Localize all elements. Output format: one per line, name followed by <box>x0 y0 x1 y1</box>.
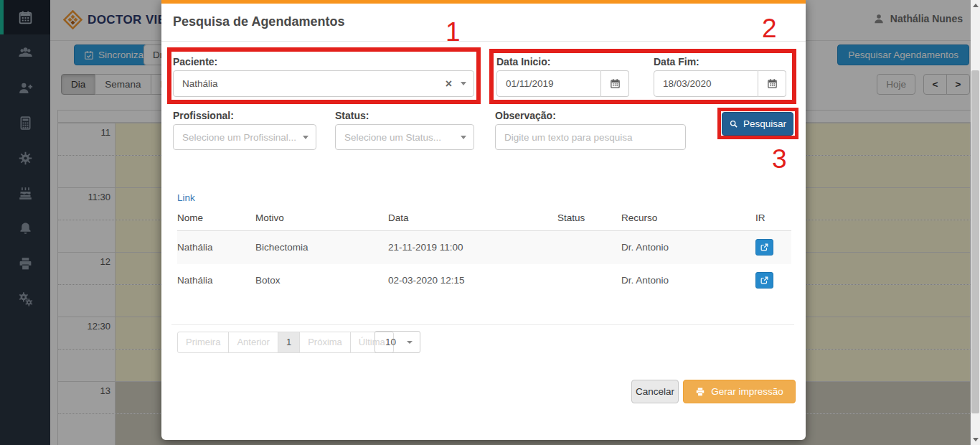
data-inicio-calendar-button[interactable] <box>601 70 629 97</box>
pesquisar-button[interactable]: Pesquisar <box>722 112 793 136</box>
status-select[interactable]: Selecione um Status... <box>335 124 474 150</box>
chevron-down-icon <box>303 136 308 139</box>
cancelar-button[interactable]: Cancelar <box>631 380 679 403</box>
paciente-value: Nathália <box>174 78 446 89</box>
profissional-placeholder: Selecione um Profissinal... <box>174 132 303 143</box>
table-footer-divider <box>171 324 794 325</box>
data-fim-group: 18/03/2020 <box>654 70 786 97</box>
pesquisa-agendamentos-modal: Pesquisa de Agendamentos Paciente: Nathá… <box>161 0 806 440</box>
observacao-input[interactable] <box>495 124 686 150</box>
chevron-down-icon <box>407 341 413 344</box>
modal-accent-bar <box>161 0 806 4</box>
results-table: Nome Motivo Data Status Recurso IR Nathá… <box>177 207 791 297</box>
link-anchor[interactable]: Link <box>177 192 195 203</box>
data-fim-input[interactable]: 18/03/2020 <box>654 70 758 97</box>
chevron-down-icon <box>461 82 466 85</box>
scroll-down-arrow[interactable] <box>971 434 980 445</box>
gerar-impressao-button[interactable]: Gerar impressão <box>683 380 796 403</box>
table-header-row: Nome Motivo Data Status Recurso IR <box>177 207 791 231</box>
external-link-icon <box>760 243 769 252</box>
col-nome: Nome <box>177 207 255 231</box>
pagination-first[interactable]: Primeira <box>177 332 229 353</box>
scroll-up-arrow[interactable] <box>971 0 980 11</box>
pagination-page-1[interactable]: 1 <box>278 332 300 353</box>
search-icon <box>729 119 738 128</box>
data-fim-calendar-button[interactable] <box>758 70 786 97</box>
paciente-label: Paciente: <box>173 56 217 67</box>
data-inicio-label: Data Inicio: <box>496 56 550 67</box>
external-link-icon <box>760 276 769 285</box>
profissional-select[interactable]: Selecione um Profissinal... <box>173 124 316 150</box>
status-placeholder: Selecione um Status... <box>336 132 461 143</box>
paciente-select[interactable]: Nathália × <box>173 70 474 97</box>
profissional-label: Profissional: <box>173 110 234 121</box>
page-scrollbar[interactable] <box>971 0 980 445</box>
modal-header-divider <box>161 41 806 42</box>
table-row: Nathália Bichectomia 21-11-2019 11:00 Dr… <box>177 231 791 264</box>
col-status: Status <box>557 207 621 231</box>
printer-icon <box>695 387 705 397</box>
page-size-value: 10 <box>375 337 407 347</box>
pagination: Primeira Anterior 1 Próxima Última <box>177 332 394 353</box>
status-label: Status: <box>335 110 369 121</box>
col-recurso: Recurso <box>621 207 755 231</box>
col-motivo: Motivo <box>255 207 388 231</box>
calendar-icon <box>610 78 621 89</box>
data-inicio-group: 01/11/2019 <box>496 70 629 97</box>
col-data: Data <box>388 207 557 231</box>
col-ir: IR <box>755 207 791 231</box>
scrollbar-thumb[interactable] <box>971 70 979 413</box>
modal-title: Pesquisa de Agendamentos <box>173 14 344 29</box>
open-appointment-button[interactable] <box>755 239 773 256</box>
data-inicio-input[interactable]: 01/11/2019 <box>496 70 601 97</box>
calendar-icon <box>767 78 778 89</box>
open-appointment-button[interactable] <box>755 272 773 289</box>
pagination-prev[interactable]: Anterior <box>228 332 278 353</box>
table-row: Nathália Botox 02-03-2020 12:15 Dr. Anto… <box>177 264 791 297</box>
page-size-select[interactable]: 10 <box>374 331 420 353</box>
clear-icon[interactable]: × <box>446 78 452 90</box>
data-fim-label: Data Fim: <box>654 56 699 67</box>
observacao-label: Observação: <box>495 110 556 121</box>
pagination-next[interactable]: Próxima <box>299 332 351 353</box>
chevron-down-icon <box>461 136 466 139</box>
